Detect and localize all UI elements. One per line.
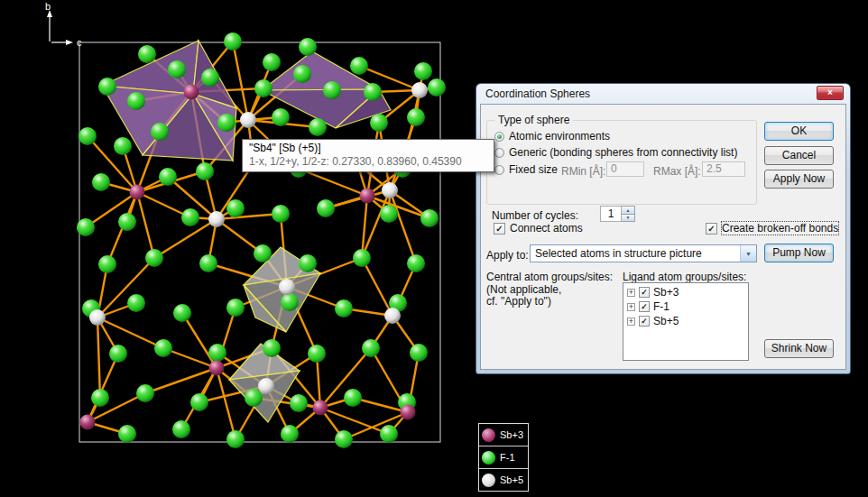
atom-f1[interactable] xyxy=(181,208,199,226)
atom-f1[interactable] xyxy=(138,45,156,63)
atom-f1[interactable] xyxy=(226,199,245,217)
ok-button[interactable]: OK xyxy=(764,122,834,141)
atom-f1[interactable] xyxy=(196,162,214,180)
atom-f1[interactable] xyxy=(217,114,235,132)
atom-sb3[interactable] xyxy=(401,405,416,420)
atom-sb5[interactable] xyxy=(208,211,225,227)
atom-f1[interactable] xyxy=(350,57,368,75)
dialog-titlebar[interactable]: Coordination Spheres × xyxy=(476,84,850,104)
pump-now-button[interactable]: Pump Now xyxy=(764,244,834,262)
chevron-down-icon[interactable]: ▼ xyxy=(740,245,756,262)
atom-f1[interactable] xyxy=(245,389,263,407)
atom-f1[interactable] xyxy=(136,384,154,402)
cancel-button[interactable]: Cancel xyxy=(764,146,834,165)
cycles-spinner[interactable]: 1 ▲ ▼ xyxy=(600,206,635,222)
atom-f1[interactable] xyxy=(323,81,341,99)
atom-sb5[interactable] xyxy=(89,309,106,326)
atom-f1[interactable] xyxy=(118,213,136,231)
atom-f1[interactable] xyxy=(407,108,425,126)
atom-sb5[interactable] xyxy=(411,82,428,98)
atom-f1[interactable] xyxy=(299,254,317,272)
expand-icon[interactable]: + xyxy=(627,303,635,311)
spin-down-button[interactable]: ▼ xyxy=(622,214,635,223)
atom-sb3[interactable] xyxy=(80,415,96,430)
atom-f1[interactable] xyxy=(159,168,177,186)
atom-f1[interactable] xyxy=(380,425,398,443)
atom-f1[interactable] xyxy=(272,108,290,126)
atom-f1[interactable] xyxy=(344,389,362,407)
atom-f1[interactable] xyxy=(335,430,353,448)
apply-to-select[interactable]: Selected atoms in structure picture ▼ xyxy=(530,244,757,262)
atom-f1[interactable] xyxy=(77,218,95,236)
atom-f1[interactable] xyxy=(281,425,299,443)
spin-up-button[interactable]: ▲ xyxy=(622,206,635,214)
atom-f1[interactable] xyxy=(190,393,208,411)
atom-f1[interactable] xyxy=(290,394,308,412)
atom-f1[interactable] xyxy=(272,205,290,223)
atom-f1[interactable] xyxy=(98,255,116,273)
close-button[interactable]: × xyxy=(817,86,844,100)
atom-f1[interactable] xyxy=(263,339,281,357)
atom-f1[interactable] xyxy=(114,137,132,155)
atom-f1[interactable] xyxy=(364,83,382,101)
atom-f1[interactable] xyxy=(168,60,186,78)
atom-sb3[interactable] xyxy=(209,361,225,376)
checkbox-checked-icon[interactable]: ✓ xyxy=(639,316,650,327)
radio-atomic-environments[interactable]: Atomic environments xyxy=(494,130,610,143)
apply-now-button[interactable]: Apply Now xyxy=(764,170,834,189)
checkbox-checked-icon[interactable]: ✓ xyxy=(639,301,650,312)
atom-f1[interactable] xyxy=(299,38,317,56)
atom-f1[interactable] xyxy=(380,205,398,223)
list-item-f1[interactable]: + ✓ F-1 xyxy=(623,299,748,314)
atom-f1[interactable] xyxy=(293,65,311,83)
atom-sb5[interactable] xyxy=(382,182,398,198)
atom-f1[interactable] xyxy=(127,92,145,110)
expand-icon[interactable]: + xyxy=(627,289,635,297)
shrink-now-button[interactable]: Shrink Now xyxy=(764,339,834,358)
atom-f1[interactable] xyxy=(91,389,109,407)
atom-sb3[interactable] xyxy=(360,189,375,204)
atom-f1[interactable] xyxy=(317,199,335,217)
atom-sb5[interactable] xyxy=(258,378,274,394)
atom-f1[interactable] xyxy=(335,299,353,318)
atom-f1[interactable] xyxy=(208,344,226,362)
atom-f1[interactable] xyxy=(173,304,191,322)
atom-f1[interactable] xyxy=(127,294,145,312)
atom-f1[interactable] xyxy=(118,425,136,443)
atom-f1[interactable] xyxy=(92,173,110,191)
atom-sb5[interactable] xyxy=(384,308,401,324)
atom-f1[interactable] xyxy=(224,32,242,51)
list-item-sb3[interactable]: + ✓ Sb+3 xyxy=(623,285,748,299)
atom-f1[interactable] xyxy=(410,344,428,362)
atom-f1[interactable] xyxy=(98,78,116,96)
atom-f1[interactable] xyxy=(414,62,432,80)
atom-f1[interactable] xyxy=(420,209,439,227)
atom-f1[interactable] xyxy=(263,53,281,71)
broken-bonds-checkbox[interactable]: ✓ Create broken-off bonds xyxy=(706,222,838,235)
atom-f1[interactable] xyxy=(353,249,371,267)
atom-f1[interactable] xyxy=(362,339,380,357)
atom-f1[interactable] xyxy=(109,345,127,363)
expand-icon[interactable]: + xyxy=(627,318,635,326)
atom-f1[interactable] xyxy=(172,420,190,438)
atom-f1[interactable] xyxy=(308,345,326,363)
atom-f1[interactable] xyxy=(226,430,245,448)
list-item-sb5[interactable]: + ✓ Sb+5 xyxy=(623,314,748,328)
atom-f1[interactable] xyxy=(254,79,272,97)
atom-f1[interactable] xyxy=(254,244,272,262)
atom-f1[interactable] xyxy=(309,118,327,136)
ligand-list[interactable]: + ✓ Sb+3 + ✓ F-1 + ✓ Sb+5 xyxy=(623,282,749,361)
atom-f1[interactable] xyxy=(199,254,217,272)
atom-f1[interactable] xyxy=(281,293,299,311)
checkbox-checked-icon[interactable]: ✓ xyxy=(639,287,650,298)
atom-sb5[interactable] xyxy=(240,112,256,128)
atom-f1[interactable] xyxy=(151,123,169,141)
atom-f1[interactable] xyxy=(78,127,97,145)
atom-f1[interactable] xyxy=(226,299,245,317)
radio-generic[interactable]: Generic (bonding spheres from connectivi… xyxy=(494,146,737,159)
atom-f1[interactable] xyxy=(407,254,425,272)
cycles-value[interactable]: 1 xyxy=(600,206,622,222)
radio-fixed-size[interactable]: Fixed size xyxy=(494,163,558,176)
atom-sb3[interactable] xyxy=(130,185,145,200)
atom-sb5[interactable] xyxy=(279,279,295,295)
